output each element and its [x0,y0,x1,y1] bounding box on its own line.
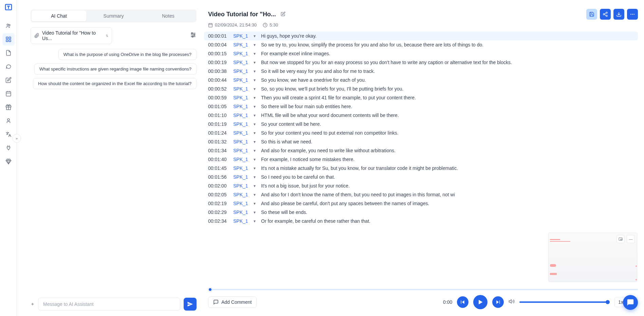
transcript-row[interactable]: 00:01:45SPK_1▼It's not a mistake actuall… [204,164,638,173]
speaker-label[interactable]: SPK_1 [233,201,250,206]
suggestion-item[interactable]: How should the content be organized in t… [33,78,197,89]
save-button[interactable] [586,9,597,20]
chevron-down-icon[interactable]: ▼ [253,166,258,170]
transcript-row[interactable]: 00:02:05SPK_1▼And also for I don't know … [204,190,638,199]
sidebar-document-icon[interactable] [2,47,15,59]
suggestion-item[interactable]: What is the purpose of using OneDrive in… [58,49,197,60]
more-button[interactable] [627,9,638,20]
tab-ai-chat[interactable]: AI Chat [32,11,86,21]
speaker-label[interactable]: SPK_1 [233,42,250,47]
transcript-row[interactable]: 00:00:44SPK_1▼So you know, we have a one… [204,76,638,84]
chat-input[interactable] [38,298,180,311]
speaker-label[interactable]: SPK_1 [233,174,250,180]
chevron-down-icon[interactable]: ▼ [253,78,258,82]
transcript-row[interactable]: 00:01:34SPK_1▼And also for example, you … [204,146,638,155]
transcript-row[interactable]: 00:01:05SPK_1▼So there will be four main… [204,102,638,111]
play-button[interactable] [473,295,487,309]
transcript-row[interactable]: 00:01:40SPK_1▼For example, I noticed som… [204,155,638,164]
speaker-label[interactable]: SPK_1 [233,210,250,215]
sidebar-user-icon[interactable] [2,115,15,127]
speaker-label[interactable]: SPK_1 [233,113,250,118]
volume-handle[interactable] [606,300,610,304]
speaker-label[interactable]: SPK_1 [233,130,250,136]
transcript-row[interactable]: 00:00:01SPK_1▼Hi guys, hope you're okay. [204,32,638,40]
sidebar-plug-icon[interactable] [2,142,15,154]
tab-summary[interactable]: Summary [86,11,141,21]
chevron-down-icon[interactable]: ▼ [253,158,258,161]
speaker-label[interactable]: SPK_1 [233,51,250,56]
transcript-row[interactable]: 00:00:59SPK_1▼Then you will create a spr… [204,93,638,102]
speaker-label[interactable]: SPK_1 [233,60,250,65]
speaker-label[interactable]: SPK_1 [233,165,250,171]
chevron-down-icon[interactable]: ▼ [253,34,258,38]
next-button[interactable] [492,296,504,308]
share-button[interactable] [600,9,611,20]
transcript-row[interactable]: 00:01:19SPK_1▼So your content will be he… [204,120,638,129]
prev-button[interactable] [457,296,468,308]
chevron-down-icon[interactable]: ▼ [253,122,258,126]
chevron-down-icon[interactable]: ▼ [253,131,258,135]
chevron-down-icon[interactable]: ▼ [253,184,258,188]
sidebar-people-icon[interactable] [2,20,15,32]
chevron-down-icon[interactable]: ▼ [253,140,258,144]
send-button[interactable] [184,298,197,311]
help-fab[interactable] [623,295,638,310]
pip-button[interactable] [617,235,625,243]
tab-notes[interactable]: Notes [141,11,196,21]
speaker-label[interactable]: SPK_1 [233,192,250,197]
transcript-row[interactable]: 00:00:04SPK_1▼So we try to, you know, si… [204,40,638,49]
chevron-down-icon[interactable]: ▼ [253,87,258,91]
sidebar-expand-button[interactable]: » [12,134,21,143]
speaker-label[interactable]: SPK_1 [233,139,250,144]
chevron-down-icon[interactable]: ▼ [253,61,258,64]
chevron-down-icon[interactable]: ▼ [253,211,258,214]
video-thumbnail[interactable]: — [548,233,637,282]
logo[interactable] [4,3,13,13]
file-select[interactable]: Video Tutorial for "How to Us... ⇅ [31,27,112,44]
sidebar-gift-icon[interactable] [2,101,15,113]
transcript-row[interactable]: 00:01:32SPK_1▼So this is what we need. [204,137,638,146]
chevron-down-icon[interactable]: ▼ [253,105,258,108]
edit-title-button[interactable] [281,12,286,17]
sidebar-dashboard-icon[interactable] [2,33,15,45]
filter-settings-button[interactable] [190,32,197,40]
transcript-row[interactable]: 00:02:19SPK_1▼And also please be careful… [204,199,638,208]
transcript-row[interactable]: 00:01:56SPK_1▼So I need you to be carefu… [204,173,638,181]
transcript-row[interactable]: 00:01:24SPK_1▼So for your content you ne… [204,129,638,137]
progress-bar[interactable] [208,289,638,290]
chevron-down-icon[interactable]: ▼ [253,149,258,153]
chevron-down-icon[interactable]: ▼ [253,193,258,197]
chevron-down-icon[interactable]: ▼ [253,43,258,47]
chevron-down-icon[interactable]: ▼ [253,202,258,205]
sidebar-diamond-icon[interactable] [2,155,15,167]
progress-handle[interactable] [208,288,212,292]
chevron-down-icon[interactable]: ▼ [253,114,258,117]
suggestion-item[interactable]: What specific instructions are given reg… [34,63,197,75]
speaker-label[interactable]: SPK_1 [233,148,250,153]
transcript-row[interactable]: 00:02:00SPK_1▼It's not a big issue, but … [204,181,638,190]
download-button[interactable] [613,9,624,20]
speaker-label[interactable]: SPK_1 [233,86,250,92]
sidebar-edit-icon[interactable] [2,74,15,86]
speaker-label[interactable]: SPK_1 [233,68,250,74]
transcript-row[interactable]: 00:00:38SPK_1▼So it will be very easy fo… [204,67,638,76]
transcript-row[interactable]: 00:00:15SPK_1▼For example excel inline i… [204,49,638,58]
sidebar-chat-icon[interactable] [2,60,15,73]
add-comment-button[interactable]: Add Comment [208,296,257,308]
transcript-row[interactable]: 00:02:29SPK_1▼So these will be ends. [204,208,638,217]
transcript-row[interactable]: 00:00:19SPK_1▼But now we stopped for you… [204,58,638,67]
transcript-row[interactable]: 00:00:52SPK_1▼So, so you know, we'll put… [204,84,638,93]
transcript-row[interactable]: 00:01:10SPK_1▼HTML file will be what you… [204,111,638,120]
speaker-label[interactable]: SPK_1 [233,218,250,224]
volume-icon[interactable] [509,298,515,306]
speaker-label[interactable]: SPK_1 [233,77,250,83]
transcript-row[interactable]: 00:02:34SPK_1▼Or for example, be careful… [204,217,638,225]
minimize-button[interactable]: — [627,235,635,243]
speaker-label[interactable]: SPK_1 [233,183,250,189]
speaker-label[interactable]: SPK_1 [233,95,250,100]
volume-slider[interactable] [519,301,610,303]
chevron-down-icon[interactable]: ▼ [253,175,258,179]
speaker-label[interactable]: SPK_1 [233,33,250,39]
speaker-label[interactable]: SPK_1 [233,104,250,109]
chevron-down-icon[interactable]: ▼ [253,96,258,100]
